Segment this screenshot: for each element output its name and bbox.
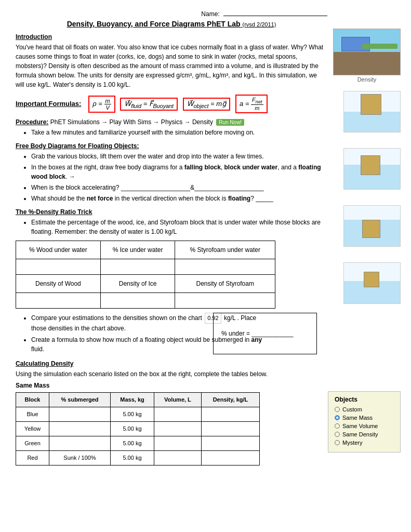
yellow-volume[interactable] — [154, 421, 201, 436]
density-table-values-row — [16, 293, 275, 309]
radio-same-density[interactable]: Same Density — [335, 431, 394, 437]
side-cubes-container — [343, 91, 401, 304]
radio-same-volume[interactable]: Same Volume — [335, 423, 394, 429]
radio-same-density-label: Same Density — [342, 431, 378, 437]
col-volume: Volume, L — [154, 392, 201, 407]
density-image-label: Density — [333, 76, 401, 83]
free-body-list: Grab the various blocks, lift them over … — [16, 152, 327, 203]
title-note: (rvsd 2/2011) — [243, 21, 276, 28]
density-table-empty-row — [16, 259, 275, 275]
density-simulation-image: Density — [333, 29, 401, 83]
introduction-text: You've heard that oil floats on water. Y… — [16, 43, 327, 89]
objects-panel: Objects Custom Same Mass Same Volume Sam… — [328, 391, 401, 453]
calculating-density-intro: Using the simulation each scenario liste… — [16, 369, 327, 379]
name-field[interactable] — [223, 16, 327, 16]
yellow-submerged[interactable] — [49, 421, 111, 436]
percent-under-label: % under = ____________ — [221, 330, 293, 337]
procedure-text: PhET Simulations → Play With Sims → Phys… — [50, 118, 215, 126]
introduction-title: Introduction — [16, 33, 327, 41]
same-mass-title: Same Mass — [16, 382, 327, 389]
calc-table-body: Blue 5.00 kg Yellow 5.00 kg Green — [16, 407, 260, 465]
col-wood-header: % Wood under water — [16, 241, 101, 259]
green-submerged[interactable] — [49, 436, 111, 450]
blue-block: Blue — [16, 407, 49, 421]
radio-mystery-label: Mystery — [342, 440, 363, 446]
col-styrofoam-header: % Styrofoam under water — [175, 241, 275, 259]
radio-same-volume-circle — [335, 423, 340, 429]
free-body-bullet-2: In the boxes at the right, draw free bod… — [31, 163, 327, 181]
table-row-red: Red Sunk / 100% 5.00 kg — [16, 450, 260, 465]
percent-density-title: The %-Density Ratio Trick — [16, 208, 327, 216]
yellow-mass: 5.00 kg — [111, 421, 154, 436]
free-body-bullet-4: What should be the net force in the vert… — [31, 194, 327, 203]
wood-percent-cell[interactable] — [16, 259, 101, 275]
formula-rho: ρ = m V — [88, 96, 115, 113]
styrofoam-percent-cell[interactable] — [175, 259, 275, 275]
free-body-title: Free Body Diagrams for Floating Objects: — [16, 142, 327, 150]
calculating-table: Block % submerged Mass, kg Volume, L Den… — [16, 392, 260, 466]
calculating-density-title: Calculating Density — [16, 360, 327, 367]
red-submerged: Sunk / 100% — [49, 450, 111, 465]
ice-density-label: Density of Ice — [100, 275, 175, 293]
ice-percent-cell[interactable] — [100, 259, 175, 275]
name-label: Name: — [201, 10, 219, 18]
radio-custom[interactable]: Custom — [335, 406, 394, 413]
calc-table-header-row: Block % submerged Mass, kg Volume, L Den… — [16, 392, 260, 407]
red-block: Red — [16, 450, 49, 465]
page-title: Density, Buoyancy, and Force Diagrams Ph… — [16, 20, 327, 28]
objects-panel-title: Objects — [335, 396, 394, 403]
density-table-header-row: % Wood under water % Ice under water % S… — [16, 241, 275, 259]
formulas-section: Important Formulas: ρ = m V W⃗fluid = F⃗… — [16, 95, 327, 113]
procedure-bullet-1: Take a few minutes and familiarize yours… — [31, 128, 327, 137]
green-volume[interactable] — [154, 436, 201, 450]
col-block: Block — [16, 392, 49, 407]
percent-density-bullet-1: Estimate the percentage of the wood, ice… — [31, 218, 327, 236]
cube-image-3 — [343, 205, 401, 247]
run-now-button[interactable]: Run Now! — [216, 119, 244, 126]
green-block: Green — [16, 436, 49, 450]
formula-acceleration: a = Fnet m — [235, 95, 268, 113]
calc-table-head: Block % submerged Mass, kg Volume, L Den… — [16, 392, 260, 407]
frac-fnet-m: Fnet m — [251, 97, 263, 111]
red-density[interactable] — [201, 450, 259, 465]
free-body-bullet-1: Grab the various blocks, lift them over … — [31, 152, 327, 161]
formula-wobject: W⃗object = mg⃗ — [183, 98, 231, 111]
blue-submerged[interactable] — [49, 407, 111, 421]
styrofoam-density-label: Density of Styrofoam — [175, 275, 275, 293]
procedure-label: Procedure: — [16, 118, 48, 126]
radio-mystery-circle — [335, 440, 340, 445]
radio-custom-label: Custom — [342, 406, 362, 413]
calculating-density-section: Calculating Density Using the simulation… — [16, 360, 327, 466]
radio-mystery[interactable]: Mystery — [335, 440, 394, 446]
cube-image-1 — [343, 91, 401, 132]
title-text: Density, Buoyancy, and Force Diagrams Ph… — [67, 20, 241, 28]
procedure-section: Procedure: PhET Simulations → Play With … — [16, 118, 327, 126]
red-volume[interactable] — [154, 450, 201, 465]
table-row-yellow: Yellow 5.00 kg — [16, 421, 260, 436]
free-body-bullet-3: When is the block accelerating? ________… — [31, 183, 327, 192]
ice-density-value-cell[interactable] — [100, 293, 175, 309]
formulas-label: Important Formulas: — [16, 100, 81, 108]
main-content: Name: Density, Buoyancy, and Force Diagr… — [16, 10, 327, 466]
radio-same-mass-circle — [335, 415, 340, 420]
green-density[interactable] — [201, 436, 259, 450]
col-mass: Mass, kg — [111, 392, 154, 407]
density-table-row2: Density of Wood Density of Ice Density o… — [16, 275, 275, 293]
name-line: Name: — [16, 10, 327, 18]
radio-same-mass[interactable]: Same Mass — [335, 415, 394, 421]
styrofoam-density-value-cell[interactable] — [175, 293, 275, 309]
green-mass: 5.00 kg — [111, 436, 154, 450]
wood-density-label: Density of Wood — [16, 275, 101, 293]
yellow-density[interactable] — [201, 421, 259, 436]
blue-mass: 5.00 kg — [111, 407, 154, 421]
blue-density[interactable] — [201, 407, 259, 421]
radio-same-volume-label: Same Volume — [342, 423, 378, 429]
col-density: Density, kg/L — [201, 392, 259, 407]
formula-wfluid: W⃗fluid = F⃗Buoyant — [120, 98, 178, 111]
radio-same-density-circle — [335, 432, 340, 437]
percent-density-list: Estimate the percentage of the wood, ice… — [16, 218, 327, 236]
cube-image-2 — [343, 148, 401, 190]
radio-custom-circle — [335, 407, 340, 412]
blue-volume[interactable] — [154, 407, 201, 421]
wood-density-value-cell[interactable] — [16, 293, 101, 309]
